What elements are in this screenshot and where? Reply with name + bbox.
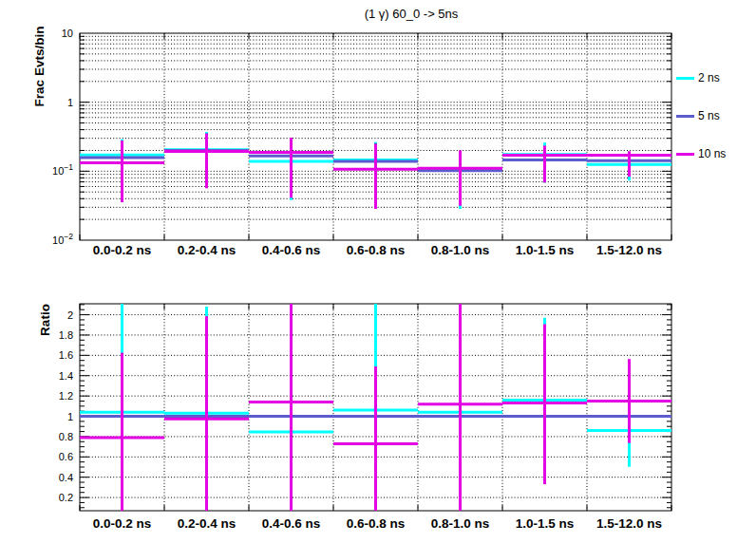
x-bin-label: 0.4-0.6 ns bbox=[262, 516, 321, 531]
root-canvas: 10110−110−20.0-0.2 ns0.2-0.4 ns0.4-0.6 n… bbox=[0, 0, 756, 543]
y-tick-label: 1.6 bbox=[59, 349, 73, 361]
y-tick-label: 0.8 bbox=[59, 431, 73, 442]
x-bin-label: 0.2-0.4 ns bbox=[178, 243, 236, 257]
plot-frame bbox=[80, 33, 671, 240]
x-bin-label: 0.0-0.2 ns bbox=[93, 516, 152, 531]
x-bin-label: 0.2-0.4 ns bbox=[178, 516, 236, 531]
x-bin-label: 1.0-1.5 ns bbox=[516, 243, 575, 257]
legend-item-label: 10 ns bbox=[698, 147, 726, 160]
y-tick-label: 10 bbox=[62, 28, 73, 39]
y-tick-label: 1.4 bbox=[59, 370, 73, 382]
panel-ratio: 0.20.40.60.811.21.41.61.820.0-0.2 ns0.2-… bbox=[38, 304, 671, 531]
x-bin-label: 1.0-1.5 ns bbox=[516, 516, 575, 531]
y-tick-label: 10−2 bbox=[52, 232, 73, 246]
y-axis-title: Ratio bbox=[38, 304, 52, 336]
legend-item-label: 5 ns bbox=[698, 109, 720, 122]
y-axis-title: Frac Evts/bin bbox=[32, 27, 47, 107]
y-tick-label: 1.2 bbox=[59, 390, 73, 402]
legend-item-label: 2 ns bbox=[698, 71, 720, 84]
panel-frac-evts: 10110−110−20.0-0.2 ns0.2-0.4 ns0.4-0.6 n… bbox=[32, 27, 671, 257]
x-bin-label: 0.8-1.0 ns bbox=[431, 516, 490, 531]
legend-item-10ns: 10 ns bbox=[676, 146, 726, 161]
y-tick-label: 2 bbox=[67, 309, 73, 321]
legend-item-5ns: 5 ns bbox=[676, 108, 720, 123]
x-bin-label: 1.5-12.0 ns bbox=[596, 243, 662, 257]
y-tick-label: 1 bbox=[67, 97, 73, 108]
y-tick-label: 1 bbox=[67, 411, 73, 422]
x-bin-label: 0.0-0.2 ns bbox=[93, 243, 152, 257]
x-bin-label: 1.5-12.0 ns bbox=[596, 516, 662, 531]
legend-item-2ns: 2 ns bbox=[676, 70, 720, 85]
chart-canvas: 10110−110−20.0-0.2 ns0.2-0.4 ns0.4-0.6 n… bbox=[0, 0, 756, 543]
y-tick-label: 0.6 bbox=[59, 451, 73, 462]
y-tick-label: 1.8 bbox=[59, 329, 73, 341]
x-bin-label: 0.6-0.8 ns bbox=[347, 243, 406, 257]
legend-marker-line bbox=[676, 153, 694, 156]
y-tick-label: 0.4 bbox=[59, 472, 73, 483]
legend-marker-line bbox=[676, 77, 694, 80]
legend-marker-line bbox=[676, 115, 694, 118]
x-bin-label: 0.8-1.0 ns bbox=[431, 243, 490, 257]
y-tick-label: 0.2 bbox=[59, 492, 73, 503]
chart-title: (1 γ) 60_0 -> 5ns bbox=[365, 7, 459, 21]
x-bin-label: 0.6-0.8 ns bbox=[347, 516, 406, 531]
x-bin-label: 0.4-0.6 ns bbox=[262, 243, 321, 257]
y-tick-label: 10−1 bbox=[52, 162, 73, 177]
